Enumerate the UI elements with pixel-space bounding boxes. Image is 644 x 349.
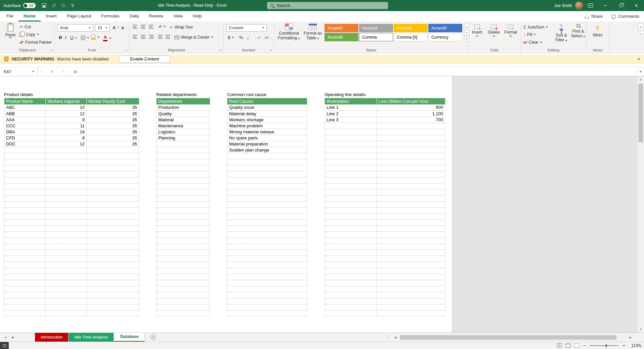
- cell[interactable]: [46, 237, 87, 244]
- cell[interactable]: Line 1: [325, 104, 377, 111]
- scroll-right-icon[interactable]: ▶: [630, 334, 632, 341]
- cell[interactable]: [227, 225, 307, 231]
- autosave-toggle[interactable]: AutoSave Off: [3, 0, 36, 11]
- cell[interactable]: 14: [46, 129, 87, 135]
- cell[interactable]: [325, 280, 377, 286]
- page-break-view-icon[interactable]: [574, 343, 579, 348]
- cell[interactable]: [46, 304, 87, 310]
- cell[interactable]: [325, 147, 377, 153]
- cell[interactable]: [325, 207, 377, 213]
- cell[interactable]: [46, 177, 87, 183]
- cell[interactable]: [227, 256, 307, 262]
- cell[interactable]: [46, 171, 87, 177]
- cell[interactable]: [4, 153, 46, 159]
- cell[interactable]: [377, 171, 445, 177]
- save-icon[interactable]: [42, 3, 46, 8]
- cell[interactable]: [325, 219, 377, 225]
- scroll-up-icon[interactable]: ▲: [637, 76, 644, 83]
- find-select-button[interactable]: Find & Select: [570, 24, 586, 38]
- cell[interactable]: [377, 262, 445, 268]
- cell[interactable]: [325, 129, 377, 135]
- cell[interactable]: [377, 280, 445, 286]
- cancel-entry-icon[interactable]: ✕: [50, 69, 54, 74]
- vertical-scrollbar[interactable]: ▲ ▼: [637, 76, 644, 333]
- redo-icon[interactable]: ↻: [61, 3, 66, 8]
- cell[interactable]: [227, 280, 307, 286]
- cell[interactable]: [4, 225, 46, 231]
- cell[interactable]: [46, 310, 87, 316]
- cell-style-accent6[interactable]: Accent6: [325, 33, 358, 41]
- scroll-down-icon[interactable]: ▼: [637, 326, 644, 333]
- cell[interactable]: Sudden plan change: [227, 147, 307, 153]
- cell[interactable]: 10: [46, 104, 87, 111]
- autosave-pill[interactable]: Off: [23, 3, 36, 8]
- middle-align-button[interactable]: [141, 25, 145, 29]
- ideas-button[interactable]: Ideas: [589, 24, 606, 37]
- cell[interactable]: [227, 237, 307, 244]
- search-box[interactable]: Search: [267, 2, 388, 9]
- cell[interactable]: [377, 201, 445, 207]
- cell[interactable]: [157, 274, 210, 280]
- cell[interactable]: [227, 207, 307, 213]
- cell[interactable]: [227, 231, 307, 237]
- cell[interactable]: [46, 298, 87, 304]
- cell[interactable]: [377, 135, 445, 141]
- cell[interactable]: [157, 310, 210, 316]
- cell[interactable]: [377, 195, 445, 201]
- cell-style-comma-0[interactable]: Comma [0]: [394, 33, 428, 41]
- cell[interactable]: [46, 189, 87, 195]
- cell[interactable]: [4, 195, 46, 201]
- cell[interactable]: [46, 292, 87, 298]
- expand-formula-bar-button[interactable]: [637, 67, 644, 76]
- ribbon-display-options-icon[interactable]: [588, 3, 593, 8]
- sort-filter-button[interactable]: A↓Z Sort & Filter: [554, 24, 569, 42]
- cell[interactable]: [4, 256, 46, 262]
- cell[interactable]: [46, 256, 87, 262]
- format-painter-button[interactable]: Format Painter: [19, 40, 52, 45]
- cell[interactable]: [157, 195, 210, 201]
- ribbon-scroll-down-icon[interactable]: ▼: [638, 31, 643, 37]
- number-format-select[interactable]: Custom: [226, 24, 267, 32]
- cell[interactable]: [87, 165, 139, 171]
- cell[interactable]: [325, 213, 377, 219]
- cell[interactable]: [87, 268, 139, 274]
- cell[interactable]: [377, 225, 445, 231]
- undo-icon[interactable]: ↺: [52, 3, 56, 8]
- cell[interactable]: [325, 231, 377, 237]
- cell[interactable]: [325, 286, 377, 292]
- cell[interactable]: [157, 141, 210, 147]
- table-header-cell[interactable]: Product Name: [4, 98, 46, 104]
- cell[interactable]: [377, 207, 445, 213]
- cell[interactable]: [377, 183, 445, 189]
- cell[interactable]: [325, 292, 377, 298]
- zoom-slider[interactable]: [590, 345, 618, 346]
- fill-button[interactable]: ↓Fill: [523, 32, 536, 37]
- cell[interactable]: [377, 219, 445, 225]
- table-header-cell[interactable]: Workstation: [325, 98, 377, 104]
- cell[interactable]: [87, 250, 139, 256]
- dialog-launcher-icon[interactable]: [269, 48, 272, 52]
- cell[interactable]: [157, 189, 210, 195]
- underline-button[interactable]: U: [70, 35, 74, 40]
- cell[interactable]: 900: [377, 104, 445, 111]
- cell[interactable]: Logistics: [157, 129, 210, 135]
- currency-format-button[interactable]: $: [228, 35, 234, 40]
- confirm-entry-icon[interactable]: ✓: [62, 69, 66, 74]
- dialog-launcher-icon[interactable]: [124, 48, 128, 52]
- cell[interactable]: [87, 207, 139, 213]
- cell[interactable]: [4, 219, 46, 225]
- cell[interactable]: [227, 213, 307, 219]
- cell[interactable]: [46, 153, 87, 159]
- menu-tab-data[interactable]: Data: [125, 11, 144, 21]
- cell[interactable]: [325, 123, 377, 129]
- font-color-button[interactable]: A: [103, 35, 111, 41]
- cell[interactable]: [325, 153, 377, 159]
- cell[interactable]: [377, 304, 445, 310]
- cell[interactable]: Material preparation: [227, 141, 307, 147]
- format-as-table-button[interactable]: Format as Table: [302, 24, 323, 40]
- cell[interactable]: [4, 286, 46, 292]
- cell[interactable]: 8: [46, 135, 87, 141]
- cell[interactable]: [325, 135, 377, 141]
- cell[interactable]: [325, 237, 377, 244]
- autosum-button[interactable]: ΣAutoSum: [523, 25, 548, 30]
